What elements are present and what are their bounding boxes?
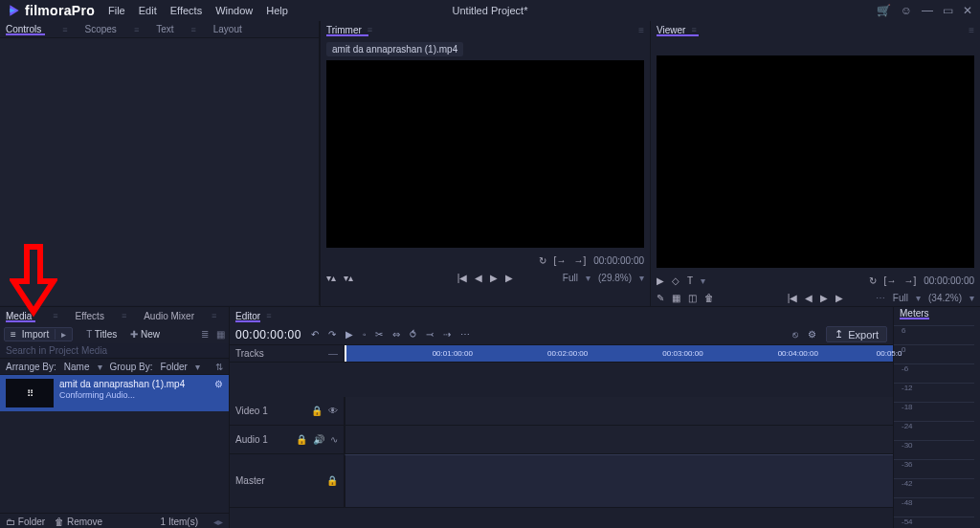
menu-edit[interactable]: Edit <box>139 5 157 16</box>
step-back-icon[interactable]: ◀ <box>805 293 813 303</box>
playhead[interactable] <box>345 345 346 362</box>
go-start-icon[interactable]: |◀ <box>788 293 798 303</box>
scrollbar-icon[interactable]: ◂▸ <box>213 517 223 527</box>
options-icon[interactable]: ◇ <box>672 275 679 286</box>
tab-scopes[interactable]: Scopes <box>85 24 117 34</box>
tab-text[interactable]: Text <box>156 24 173 34</box>
chevron-down-icon[interactable]: ▾ <box>701 275 705 286</box>
trash-icon[interactable]: 🗑 <box>704 293 714 303</box>
eye-icon[interactable]: 👁 <box>328 406 338 416</box>
collapse-icon[interactable]: — <box>328 348 338 359</box>
lock-icon[interactable]: 🔒 <box>311 406 323 416</box>
tab-effects[interactable]: Effects <box>76 311 104 321</box>
snap-icon[interactable]: ⤙ <box>426 329 434 340</box>
cart-icon[interactable]: 🛒 <box>877 4 891 17</box>
trimmer-scale-label[interactable]: Full <box>563 273 578 283</box>
lock-icon[interactable]: 🔒 <box>296 434 307 445</box>
mark-out-icon[interactable]: →] <box>573 255 586 266</box>
tab-handle-icon[interactable]: ≡ <box>53 311 57 320</box>
sort-icon[interactable]: ⇅ <box>215 362 223 372</box>
trimmer-video[interactable] <box>326 60 644 248</box>
magnet-icon[interactable]: ⎋ <box>792 329 798 340</box>
tab-audio-mixer[interactable]: Audio Mixer <box>144 311 194 321</box>
grid-view-icon[interactable]: ▦ <box>216 329 225 340</box>
tab-handle-icon[interactable]: ≡ <box>368 25 372 34</box>
step-back-icon[interactable]: ◀ <box>475 273 482 283</box>
chevron-down-icon[interactable]: ▾ <box>586 273 590 283</box>
step-fwd-icon[interactable]: ▶ <box>505 273 513 283</box>
pencil-icon[interactable]: ✎ <box>657 293 664 303</box>
play-icon[interactable]: ▶ <box>490 273 498 283</box>
menu-effects[interactable]: Effects <box>170 5 202 16</box>
tab-handle-icon[interactable]: ≡ <box>134 25 139 34</box>
mask-icon[interactable]: ▦ <box>672 293 680 303</box>
menu-help[interactable]: Help <box>266 5 288 16</box>
track-label[interactable]: Audio 1 🔒🔊∿ <box>230 426 345 453</box>
trimmer-scale-pct[interactable]: (29.8%) <box>598 273 632 283</box>
titles-button[interactable]: T Titles <box>86 329 117 340</box>
go-start-icon[interactable]: |◀ <box>457 273 468 283</box>
redo-icon[interactable]: ↷ <box>328 329 336 340</box>
maximize-icon[interactable]: ▭ <box>943 4 953 17</box>
more-icon[interactable]: ⋯ <box>460 329 470 340</box>
gear-icon[interactable]: ⚙ <box>214 379 223 389</box>
media-clip-item[interactable]: ⠿ amit da annaprashan (1).mp4 Conforming… <box>0 375 229 411</box>
gear-icon[interactable]: ⚙ <box>808 329 816 340</box>
chevron-down-icon[interactable]: ▾ <box>969 293 974 303</box>
track-label[interactable]: Master 🔒 <box>230 454 345 507</box>
track-lane[interactable] <box>345 426 893 453</box>
arrange-value[interactable]: Name <box>64 362 90 372</box>
play-icon[interactable]: ▶ <box>345 329 353 340</box>
chevron-right-icon[interactable]: ▸ <box>55 329 66 340</box>
lock-icon[interactable]: 🔒 <box>326 475 338 486</box>
mark-in-icon[interactable]: [→ <box>554 255 567 266</box>
panel-menu-icon[interactable]: ≡ <box>638 25 644 35</box>
panel-menu-icon[interactable]: ≡ <box>969 25 974 35</box>
ripple-icon[interactable]: ⥀ <box>410 329 416 340</box>
menu-window[interactable]: Window <box>215 5 253 16</box>
step-fwd-icon[interactable]: ▶ <box>835 293 843 303</box>
track-label[interactable]: Video 1 🔒👁 <box>230 397 345 425</box>
overwrite-icon[interactable]: ▾▴ <box>344 273 353 283</box>
play-icon[interactable]: ▶ <box>657 275 664 286</box>
new-button[interactable]: ✚ New <box>130 329 160 340</box>
media-search[interactable]: Search in Project Media <box>0 343 229 358</box>
loop-icon[interactable]: ↻ <box>539 255 546 266</box>
more-icon[interactable]: ⋯ <box>876 293 885 303</box>
viewer-scale-label[interactable]: Full <box>893 293 908 303</box>
list-view-icon[interactable]: ≣ <box>201 329 209 340</box>
viewer-scale-pct[interactable]: (34.2%) <box>928 293 962 303</box>
cut-icon[interactable]: ✂ <box>375 329 383 340</box>
user-icon[interactable]: ☺ <box>901 4 912 17</box>
group-value[interactable]: Folder <box>161 362 188 372</box>
loop-icon[interactable]: ↻ <box>869 275 877 286</box>
insert-icon[interactable]: ▾▴ <box>326 273 336 283</box>
viewer-video[interactable] <box>657 55 974 268</box>
play-icon[interactable]: ▶ <box>820 293 828 303</box>
mark-in-icon[interactable]: [→ <box>884 275 897 286</box>
chevron-down-icon[interactable]: ▾ <box>98 362 102 372</box>
export-button[interactable]: ↥Export <box>826 326 887 342</box>
editor-timecode[interactable]: 00:00:00:00 <box>235 328 301 341</box>
close-icon[interactable]: ✕ <box>963 4 972 17</box>
minimize-icon[interactable]: — <box>922 4 933 17</box>
chevron-down-icon[interactable]: ▾ <box>195 362 200 372</box>
stop-icon[interactable]: ◦ <box>363 329 367 340</box>
speaker-icon[interactable]: 🔊 <box>313 434 324 445</box>
waveform-icon[interactable]: ∿ <box>330 434 338 445</box>
crop-icon[interactable]: ◫ <box>688 293 697 303</box>
tab-handle-icon[interactable]: ≡ <box>691 25 696 34</box>
tab-handle-icon[interactable]: ≡ <box>190 25 195 34</box>
text-tool-icon[interactable]: T <box>687 275 693 286</box>
tab-handle-icon[interactable]: ≡ <box>122 311 126 320</box>
chevron-down-icon[interactable]: ▾ <box>916 293 921 303</box>
tab-handle-icon[interactable]: ≡ <box>212 311 216 320</box>
remove-button[interactable]: 🗑 Remove <box>55 517 102 527</box>
chevron-down-icon[interactable]: ▾ <box>639 273 644 283</box>
track-lane[interactable] <box>345 397 893 425</box>
tab-handle-icon[interactable]: ≡ <box>62 25 67 34</box>
tab-layout[interactable]: Layout <box>213 24 242 34</box>
link-icon[interactable]: ⇔ <box>392 329 400 340</box>
tab-handle-icon[interactable]: ≡ <box>266 311 271 320</box>
mark-out-icon[interactable]: →] <box>903 275 916 286</box>
